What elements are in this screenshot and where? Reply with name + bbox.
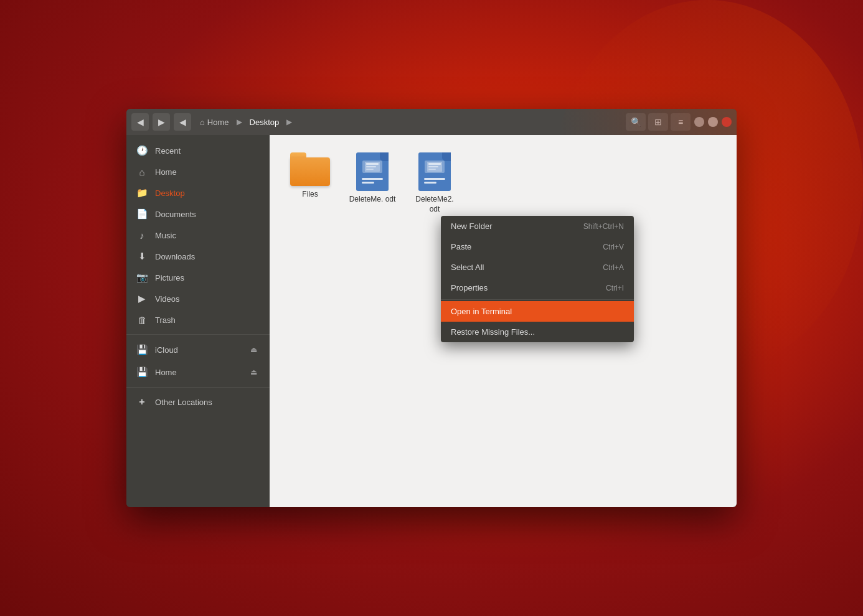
plus-icon: + <box>136 396 148 408</box>
music-icon: ♪ <box>136 230 148 241</box>
sidebar-label-downloads: Downloads <box>155 252 195 261</box>
document-icon: 📄 <box>136 208 148 220</box>
odt-icon-2 <box>418 152 451 191</box>
maximize-button[interactable] <box>708 117 718 127</box>
sidebar-label-home: Home <box>155 167 177 177</box>
sidebar: 🕐 Recent ⌂ Home 📁 Desktop 📄 Documents ♪ … <box>126 135 270 507</box>
svg-rect-2 <box>366 166 376 167</box>
ctx-label-open-terminal: Open in Terminal <box>451 307 512 316</box>
file-label-deleteme2: DeleteMe2. odt <box>410 195 459 214</box>
sidebar-divider <box>126 334 270 335</box>
ctx-label-properties: Properties <box>451 283 488 292</box>
file-item-files-folder[interactable]: Files <box>282 147 338 219</box>
sidebar-item-desktop[interactable]: 📁 Desktop <box>126 182 270 203</box>
ctx-label-restore: Restore Missing Files... <box>451 327 535 337</box>
svg-rect-1 <box>366 163 379 165</box>
sidebar-label-videos: Videos <box>155 294 180 304</box>
sidebar-item-music[interactable]: ♪ Music <box>126 225 270 246</box>
ctx-new-folder[interactable]: New Folder Shift+Ctrl+N <box>441 216 634 236</box>
ctx-open-terminal[interactable]: Open in Terminal <box>441 301 634 322</box>
ctx-paste[interactable]: Paste Ctrl+V <box>441 236 634 257</box>
ctx-label-paste: Paste <box>451 242 471 251</box>
breadcrumb-home[interactable]: ⌂ Home <box>195 116 234 129</box>
context-menu: New Folder Shift+Ctrl+N Paste Ctrl+V Sel… <box>441 216 634 342</box>
ctx-shortcut-new-folder: Shift+Ctrl+N <box>583 222 624 231</box>
ctx-shortcut-select-all: Ctrl+A <box>603 263 624 272</box>
view-toggle-button[interactable]: ⊞ <box>648 113 668 131</box>
download-icon: ⬇ <box>136 251 148 262</box>
sidebar-label-recent: Recent <box>155 146 181 156</box>
clock-icon: 🕐 <box>136 145 148 156</box>
odt-svg-1 <box>365 162 380 172</box>
breadcrumb: ⌂ Home ▶ Desktop ▶ <box>195 116 622 129</box>
back-button[interactable]: ◀ <box>131 113 149 131</box>
sidebar-divider2 <box>126 387 270 388</box>
file-label-deleteme: DeleteMe. odt <box>349 195 396 205</box>
sidebar-label-documents: Documents <box>155 210 196 219</box>
trash-icon: 🗑 <box>136 314 148 325</box>
sidebar-label-other-locations: Other Locations <box>155 398 212 407</box>
folder-icon-big <box>290 152 330 186</box>
eject-home-button[interactable]: ⏏ <box>247 366 260 378</box>
odt-lines-2 <box>424 178 445 184</box>
odt-icon-1 <box>356 152 389 191</box>
svg-rect-5 <box>428 163 441 165</box>
ctx-label-select-all: Select All <box>451 263 484 272</box>
sidebar-item-recent[interactable]: 🕐 Recent <box>126 140 270 161</box>
breadcrumb-current[interactable]: Desktop <box>245 116 285 129</box>
home-icon: ⌂ <box>136 166 148 177</box>
drive-icon-icloud: 💾 <box>136 344 148 355</box>
sidebar-item-trash[interactable]: 🗑 Trash <box>126 309 270 330</box>
up-button[interactable]: ◀ <box>174 113 191 131</box>
doc-line2-short <box>424 182 436 184</box>
main-area: 🕐 Recent ⌂ Home 📁 Desktop 📄 Documents ♪ … <box>126 135 737 507</box>
sidebar-item-icloud[interactable]: 💾 iCloud ⏏ <box>126 338 270 361</box>
view-menu-button[interactable]: ≡ <box>671 113 691 131</box>
close-button[interactable] <box>722 117 732 127</box>
sidebar-item-home-drive[interactable]: 💾 Home ⏏ <box>126 361 270 383</box>
ctx-label-new-folder: New Folder <box>451 222 492 231</box>
minimize-button[interactable] <box>694 117 704 127</box>
sidebar-item-other-locations[interactable]: + Other Locations <box>126 391 270 413</box>
file-area: Files <box>270 135 737 507</box>
odt-image-placeholder-2 <box>425 161 445 173</box>
home-icon: ⌂ <box>200 118 205 127</box>
search-button[interactable]: 🔍 <box>626 113 646 131</box>
sidebar-item-documents[interactable]: 📄 Documents <box>126 203 270 225</box>
sidebar-label-desktop: Desktop <box>155 189 185 198</box>
odt-image-placeholder-1 <box>362 161 382 173</box>
file-item-deleteme2-odt[interactable]: DeleteMe2. odt <box>407 147 463 219</box>
eject-icloud-button[interactable]: ⏏ <box>247 343 260 356</box>
sidebar-label-trash: Trash <box>155 315 176 325</box>
doc-line2 <box>424 178 445 180</box>
ctx-separator <box>441 299 634 300</box>
file-manager-window: ◀ ▶ ◀ ⌂ Home ▶ Desktop ▶ 🔍 ⊞ ≡ <box>126 109 737 507</box>
breadcrumb-separator: ▶ <box>237 118 242 126</box>
breadcrumb-current-label: Desktop <box>250 118 280 127</box>
sidebar-label-icloud: iCloud <box>155 345 178 355</box>
doc-line <box>362 178 383 180</box>
breadcrumb-arrow-after: ▶ <box>286 118 292 126</box>
ctx-properties[interactable]: Properties Ctrl+I <box>441 278 634 298</box>
breadcrumb-home-label: Home <box>207 118 229 127</box>
sidebar-label-pictures: Pictures <box>155 273 184 282</box>
svg-rect-7 <box>428 169 436 170</box>
ctx-shortcut-properties: Ctrl+I <box>606 284 624 292</box>
odt-svg-2 <box>427 162 442 172</box>
svg-rect-6 <box>428 166 438 167</box>
ctx-select-all[interactable]: Select All Ctrl+A <box>441 257 634 278</box>
sidebar-label-music: Music <box>155 231 176 240</box>
sidebar-item-home[interactable]: ⌂ Home <box>126 161 270 182</box>
pictures-icon: 📷 <box>136 272 148 283</box>
folder-icon: 📁 <box>136 187 148 198</box>
sidebar-label-home-drive: Home <box>155 368 177 377</box>
videos-icon: ▶ <box>136 293 148 304</box>
titlebar-actions: 🔍 ⊞ ≡ <box>626 113 732 131</box>
file-item-deleteme-odt[interactable]: DeleteMe. odt <box>344 147 400 219</box>
sidebar-item-videos[interactable]: ▶ Videos <box>126 288 270 309</box>
forward-button[interactable]: ▶ <box>153 113 170 131</box>
sidebar-item-downloads[interactable]: ⬇ Downloads <box>126 246 270 267</box>
ctx-restore[interactable]: Restore Missing Files... <box>441 322 634 342</box>
drive-icon-home: 💾 <box>136 366 148 378</box>
sidebar-item-pictures[interactable]: 📷 Pictures <box>126 267 270 288</box>
